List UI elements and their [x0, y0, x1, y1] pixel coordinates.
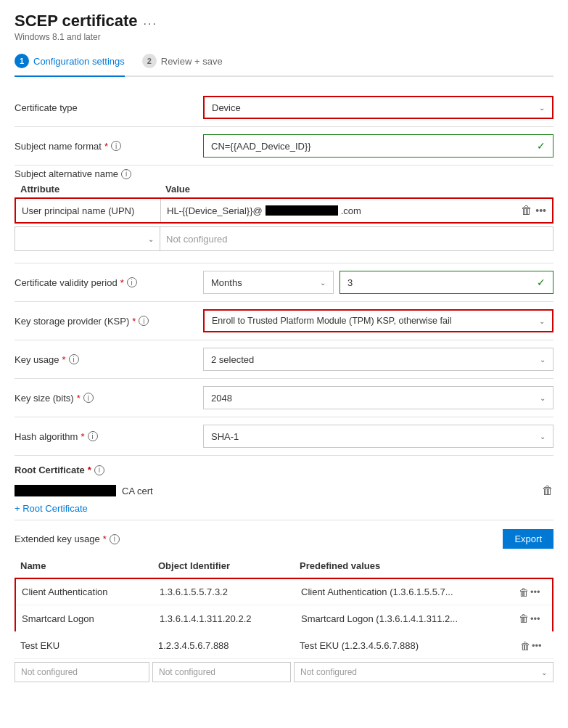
- san-columns: Attribute Value: [15, 184, 553, 197]
- eku-footer-oid[interactable]: Not configured: [152, 662, 291, 682]
- root-cert-text: CA cert: [15, 485, 153, 496]
- info-icon-eku[interactable]: i: [110, 534, 120, 544]
- eku-row-2-actions: 🗑 •••: [516, 613, 552, 624]
- required-star-ha: *: [81, 431, 84, 442]
- certificate-type-value: Device: [212, 102, 241, 113]
- san-value-suffix: .com: [341, 205, 361, 216]
- info-icon-san[interactable]: i: [121, 169, 131, 179]
- eku-row-2-name: Smartcard Logon: [16, 608, 154, 630]
- certificate-type-control: Device ⌄: [203, 96, 553, 119]
- validity-number-wrapper: 3 ✓: [339, 271, 553, 294]
- validity-number-value: 3: [347, 277, 353, 288]
- eku-row-2-oid: 1.3.6.1.4.1.311.20.2.2: [154, 608, 295, 630]
- eku-col-predefined: Predefined values: [294, 557, 517, 574]
- key-usage-row: Key usage * i 2 selected ⌄: [15, 343, 553, 375]
- info-icon-ks[interactable]: i: [83, 393, 94, 403]
- info-icon-ksp[interactable]: i: [139, 316, 149, 326]
- step-2[interactable]: 2 Review + save: [142, 54, 223, 77]
- validity-period-select[interactable]: Months ⌄: [203, 271, 334, 294]
- ellipsis-menu[interactable]: ...: [144, 15, 157, 28]
- root-cert-type: CA cert: [122, 486, 153, 496]
- subject-name-format-row: Subject name format * i CN={{AAD_Device_…: [15, 130, 553, 162]
- eku-label: Extended key usage * i: [15, 533, 120, 544]
- ksp-select[interactable]: Enroll to Trusted Platform Module (TPM) …: [203, 309, 553, 332]
- eku-footer-predefined[interactable]: Not configured ⌄: [294, 662, 553, 682]
- subject-name-format-control: CN={{AAD_Device_ID}} ✓: [203, 134, 553, 158]
- root-cert-name-redacted: [15, 485, 116, 496]
- hash-algorithm-control: SHA-1 ⌄: [203, 425, 553, 448]
- eku-row-2-delete-btn[interactable]: 🗑: [519, 613, 529, 624]
- chevron-footer-icon: ⌄: [541, 668, 547, 676]
- san-row-1: User principal name (UPN) HL-{{Device_Se…: [15, 197, 553, 224]
- key-usage-value: 2 selected: [211, 354, 254, 365]
- eku-row-1: Client Authentication 1.3.6.1.5.5.7.3.2 …: [16, 579, 552, 605]
- eku-row-3-name: Test EKU: [15, 634, 152, 657]
- eku-row-3-oid: 1.2.3.4.5.6.7.888: [152, 634, 294, 657]
- eku-row-3-actions: 🗑 •••: [517, 640, 553, 652]
- required-star: *: [104, 141, 108, 152]
- info-icon-snf[interactable]: i: [111, 141, 121, 151]
- eku-row-3-more-btn[interactable]: •••: [532, 640, 542, 651]
- step-1-label: Configuration settings: [33, 56, 125, 67]
- eku-row-3: Test EKU 1.2.3.4.5.6.7.888 Test EKU (1.2…: [15, 633, 553, 659]
- key-usage-select[interactable]: 2 selected ⌄: [203, 348, 553, 371]
- hash-algorithm-select[interactable]: SHA-1 ⌄: [203, 425, 553, 448]
- eku-row-3-predefined: Test EKU (1.2.3.4.5.6.7.888): [294, 634, 517, 657]
- san-row-1-delete-btn[interactable]: 🗑: [521, 204, 532, 217]
- info-icon-vp[interactable]: i: [127, 277, 137, 287]
- san-row-1-actions: 🗑 •••: [515, 204, 552, 217]
- eku-table-header: Name Object Identifier Predefined values: [15, 555, 553, 578]
- chevron-vp-icon: ⌄: [320, 279, 326, 287]
- divider-5: [15, 340, 553, 340]
- san-row-2-attribute[interactable]: ⌄: [15, 227, 160, 250]
- step-2-label: Review + save: [161, 56, 223, 67]
- info-icon-rc[interactable]: i: [94, 465, 104, 475]
- divider-3: [15, 263, 553, 263]
- info-icon-ku[interactable]: i: [69, 354, 79, 364]
- step-1[interactable]: 1 Configuration settings: [15, 54, 125, 77]
- eku-row-2-predefined: Smartcard Logon (1.3.6.1.4.1.311.2...: [295, 608, 516, 630]
- validity-number-input[interactable]: 3 ✓: [339, 271, 553, 294]
- add-root-cert-link[interactable]: + Root Certificate: [15, 503, 88, 514]
- key-size-select[interactable]: 2048 ⌄: [203, 386, 553, 409]
- eku-header: Extended key usage * i Export: [15, 529, 553, 549]
- chevron-san-icon: ⌄: [148, 235, 154, 243]
- ksp-row: Key storage provider (KSP) * i Enroll to…: [15, 305, 553, 337]
- key-size-control: 2048 ⌄: [203, 386, 553, 409]
- checkmark-vn-icon: ✓: [537, 277, 546, 288]
- eku-row-1-oid: 1.3.6.1.5.5.7.3.2: [154, 581, 295, 603]
- eku-row-2-more-btn[interactable]: •••: [530, 613, 540, 624]
- chevron-ks-icon: ⌄: [540, 394, 546, 402]
- key-size-row: Key size (bits) * i 2048 ⌄: [15, 382, 553, 414]
- step-2-circle: 2: [142, 54, 157, 68]
- san-row-1-more-btn[interactable]: •••: [535, 205, 546, 216]
- eku-row-3-delete-btn[interactable]: 🗑: [520, 640, 530, 652]
- eku-row-1-delete-btn[interactable]: 🗑: [519, 586, 529, 598]
- subject-name-format-select[interactable]: CN={{AAD_Device_ID}} ✓: [203, 134, 553, 158]
- divider-1: [15, 126, 553, 127]
- eku-row-1-predefined: Client Authentication (1.3.6.1.5.5.7...: [295, 581, 516, 603]
- ksp-label: Key storage provider (KSP) * i: [15, 316, 203, 327]
- info-icon-ha[interactable]: i: [88, 431, 98, 441]
- divider-6: [15, 378, 553, 379]
- eku-footer-name[interactable]: Not configured: [15, 662, 149, 682]
- eku-row-2: Smartcard Logon 1.3.6.1.4.1.311.20.2.2 S…: [16, 605, 552, 631]
- key-size-label: Key size (bits) * i: [15, 393, 203, 404]
- root-cert-delete-btn[interactable]: 🗑: [542, 484, 553, 497]
- certificate-type-row: Certificate type Device ⌄: [15, 91, 553, 123]
- key-size-value: 2048: [211, 393, 232, 404]
- required-star-ks: *: [77, 393, 81, 404]
- export-button[interactable]: Export: [503, 529, 553, 549]
- chevron-down-icon: ⌄: [539, 104, 545, 112]
- eku-row-1-wrapper: Client Authentication 1.3.6.1.5.5.7.3.2 …: [15, 578, 553, 631]
- san-row-2: ⌄ Not configured: [15, 226, 553, 251]
- divider-2: [15, 165, 553, 165]
- eku-row-1-name: Client Authentication: [16, 581, 154, 603]
- san-row-1-attribute: User principal name (UPN): [16, 199, 161, 222]
- certificate-type-select[interactable]: Device ⌄: [203, 96, 553, 119]
- validity-period-select-wrapper: Months ⌄: [203, 271, 334, 294]
- hash-algorithm-label: Hash algorithm * i: [15, 431, 203, 442]
- certificate-type-label: Certificate type: [15, 102, 203, 113]
- key-usage-label: Key usage * i: [15, 354, 203, 365]
- eku-row-1-more-btn[interactable]: •••: [530, 586, 540, 597]
